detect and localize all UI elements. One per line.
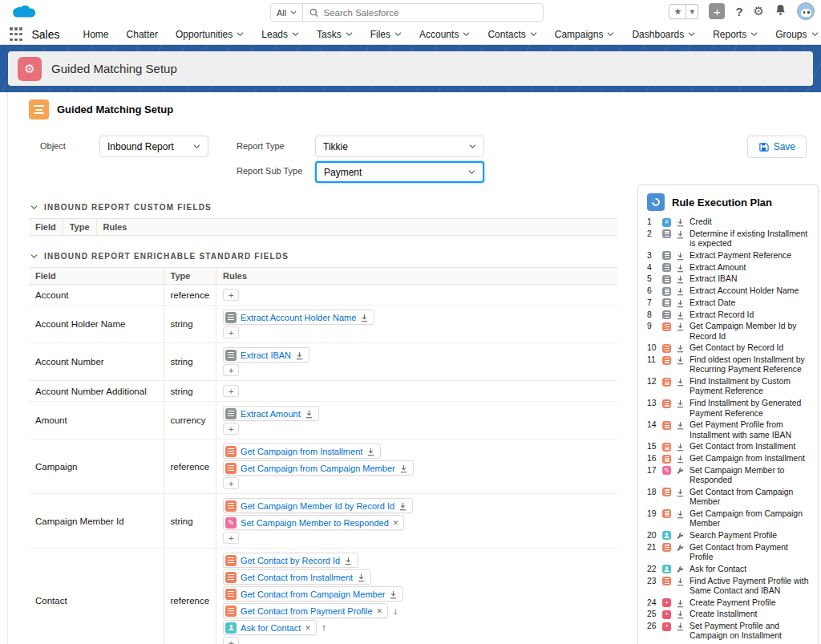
rule-link[interactable]: Extract Account Holder Name (241, 313, 356, 322)
rule-link[interactable]: Get Contact by Record Id (241, 556, 340, 565)
favorites-split-button[interactable]: ★ ▾ (669, 4, 698, 19)
notifications-bell-icon[interactable] (774, 3, 787, 19)
add-rule-button[interactable]: + (223, 364, 239, 376)
rule-chip[interactable]: Get Contact from Payment Profile✕ (223, 603, 388, 618)
nav-item-tasks[interactable]: Tasks (308, 24, 362, 44)
rule-chip[interactable]: Extract Account Holder Name (223, 310, 374, 325)
rule-link[interactable]: Get Contact from Installment (241, 573, 353, 582)
download-rule-icon[interactable] (389, 589, 398, 599)
save-button[interactable]: Save (747, 136, 807, 158)
add-rule-button[interactable]: + (223, 423, 239, 435)
nav-item-accounts[interactable]: Accounts (410, 24, 479, 44)
remove-rule-icon[interactable]: ✕ (377, 607, 383, 615)
download-rule-icon[interactable] (676, 322, 687, 331)
add-rule-button[interactable]: + (223, 289, 239, 301)
download-rule-icon[interactable] (676, 377, 687, 387)
rule-chip[interactable]: Get Contact from Campaign Member (223, 586, 403, 601)
rule-link[interactable]: Extract Amount (241, 409, 301, 419)
download-rule-icon[interactable] (366, 447, 375, 456)
rule-chip[interactable]: Extract Amount (223, 406, 319, 421)
rule-link[interactable]: Get Campaign from Campaign Member (241, 464, 395, 473)
wrench-icon[interactable] (676, 543, 687, 552)
download-rule-icon[interactable] (676, 310, 687, 320)
rule-chip[interactable]: Get Contact by Record Id (223, 553, 358, 568)
nav-item-leads[interactable]: Leads (253, 24, 308, 44)
wrench-icon[interactable] (676, 466, 687, 475)
app-launcher-icon[interactable] (10, 27, 22, 42)
report-sub-type-select[interactable]: Payment (315, 161, 484, 183)
download-rule-icon[interactable] (360, 313, 369, 322)
nav-item-campaigns[interactable]: Campaigns (546, 24, 624, 44)
rule-link[interactable]: Set Campaign Member to Responded (241, 518, 389, 528)
section-collapse-icon[interactable] (30, 205, 38, 209)
nav-item-opportunities[interactable]: Opportunities (167, 24, 253, 44)
rule-link[interactable]: Ask for Contact (241, 623, 301, 633)
object-select[interactable]: Inbound Report (99, 136, 208, 157)
section-custom-fields[interactable]: INBOUND REPORT CUSTOM FIELDS (30, 203, 617, 212)
rule-link[interactable]: Get Campaign Member Id by Record Id (241, 501, 394, 511)
rule-link[interactable]: Extract IBAN (241, 350, 291, 360)
download-rule-icon[interactable] (357, 573, 366, 582)
nav-item-home[interactable]: Home (75, 24, 118, 44)
move-up-icon[interactable]: ↑ (322, 622, 326, 634)
download-rule-icon[interactable] (676, 263, 687, 273)
download-rule-icon[interactable] (676, 286, 687, 296)
add-rule-button[interactable]: + (223, 385, 239, 397)
rule-link[interactable]: Get Contact from Campaign Member (241, 589, 385, 599)
nav-item-chatter[interactable]: Chatter (118, 24, 167, 44)
search-scope-select[interactable]: All (270, 3, 303, 22)
add-rule-button[interactable]: + (223, 326, 239, 338)
move-down-icon[interactable]: ↓ (393, 606, 398, 617)
download-rule-icon[interactable] (676, 229, 687, 239)
download-rule-icon[interactable] (676, 355, 687, 365)
download-rule-icon[interactable] (676, 274, 687, 284)
nav-item-contacts[interactable]: Contacts (479, 24, 545, 44)
rule-chip[interactable]: Ask for Contact✕ (223, 620, 317, 635)
download-rule-icon[interactable] (676, 509, 687, 519)
download-rule-icon[interactable] (398, 501, 407, 511)
download-rule-icon[interactable] (676, 442, 687, 452)
setup-gear-icon[interactable]: ⚙ (754, 4, 764, 18)
nav-item-dashboards[interactable]: Dashboards (623, 24, 704, 44)
download-rule-icon[interactable] (676, 420, 687, 430)
download-rule-icon[interactable] (676, 298, 687, 308)
add-rule-button[interactable]: + (223, 532, 239, 544)
download-rule-icon[interactable] (676, 598, 687, 608)
nav-item-reports[interactable]: Reports (704, 24, 766, 44)
rule-link[interactable]: Get Contact from Payment Profile (241, 606, 372, 616)
download-rule-icon[interactable] (676, 343, 687, 353)
download-rule-icon[interactable] (399, 464, 408, 473)
download-rule-icon[interactable] (676, 251, 687, 261)
nav-item-files[interactable]: Files (362, 24, 410, 44)
rule-chip[interactable]: Get Campaign Member Id by Record Id (223, 498, 413, 513)
remove-rule-icon[interactable]: ✕ (305, 624, 311, 632)
download-rule-icon[interactable] (676, 217, 687, 227)
rule-chip[interactable]: ✎Set Campaign Member to Responded✕ (223, 515, 404, 530)
rule-chip[interactable]: Extract IBAN (223, 347, 309, 363)
global-actions-button[interactable]: + (709, 3, 725, 19)
section-collapse-icon[interactable] (30, 254, 38, 258)
download-rule-icon[interactable] (305, 409, 313, 419)
favorite-star-icon[interactable]: ★ (669, 4, 686, 19)
add-rule-button[interactable]: + (223, 477, 239, 489)
download-rule-icon[interactable] (676, 488, 687, 497)
add-rule-button[interactable]: + (223, 637, 239, 644)
nav-item-groups[interactable]: Groups (766, 24, 821, 44)
wrench-icon[interactable] (676, 565, 687, 573)
download-rule-icon[interactable] (676, 610, 687, 619)
rule-chip[interactable]: Get Campaign from Installment (223, 444, 381, 459)
download-rule-icon[interactable] (676, 622, 687, 631)
rule-link[interactable]: Get Campaign from Installment (241, 447, 362, 456)
remove-rule-icon[interactable]: ✕ (393, 519, 399, 527)
download-rule-icon[interactable] (676, 577, 687, 586)
search-input[interactable] (324, 8, 537, 18)
favorites-dropdown-icon[interactable]: ▾ (686, 4, 698, 19)
report-type-select[interactable]: Tikkie (315, 136, 484, 157)
download-rule-icon[interactable] (344, 556, 353, 565)
download-rule-icon[interactable] (295, 350, 304, 360)
download-rule-icon[interactable] (676, 454, 687, 464)
section-standard-fields[interactable]: INBOUND REPORT ENRICHABLE STANDARD FIELD… (30, 252, 617, 261)
help-icon[interactable]: ? (735, 5, 742, 18)
wrench-icon[interactable] (676, 531, 687, 540)
rule-chip[interactable]: Get Contact from Installment (223, 569, 371, 585)
